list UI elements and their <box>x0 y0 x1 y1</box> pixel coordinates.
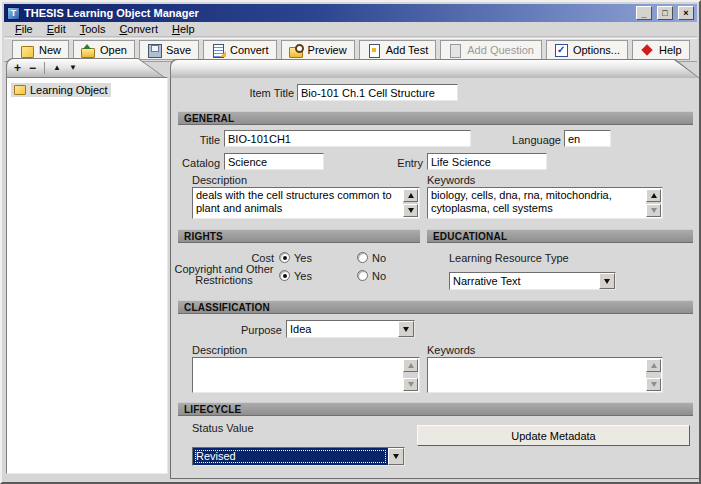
classification-keywords-label: Keywords <box>427 344 475 356</box>
keywords-scrollbar[interactable] <box>646 189 661 217</box>
maximize-button[interactable]: □ <box>657 6 673 20</box>
learning-resource-type-value: Narrative Text <box>450 273 599 289</box>
help-button[interactable]: Help <box>632 40 690 60</box>
copyright-yes-radio[interactable] <box>279 270 290 281</box>
open-button[interactable]: Open <box>73 40 135 60</box>
general-section-header: GENERAL <box>178 111 693 125</box>
entry-input[interactable] <box>427 153 547 170</box>
status-value: Revised <box>193 448 388 465</box>
app-icon: T <box>7 7 20 20</box>
classification-keywords-textarea[interactable] <box>427 357 663 393</box>
copyright-no-label: No <box>372 270 386 282</box>
menu-tools[interactable]: Tools <box>73 23 113 35</box>
add-test-button-label: Add Test <box>386 44 429 56</box>
options-button-label: Options... <box>573 44 620 56</box>
copyright-label: Copyright and Other Restrictions <box>171 264 277 286</box>
close-button[interactable]: × <box>678 6 694 20</box>
open-folder-icon <box>81 44 96 57</box>
add-test-icon <box>367 44 382 57</box>
classification-keywords-scrollbar[interactable] <box>646 359 661 391</box>
open-button-label: Open <box>100 44 127 56</box>
add-question-button: Add Question <box>440 40 542 60</box>
tree-add-button[interactable]: + <box>14 62 21 74</box>
preview-icon <box>289 44 304 57</box>
tree-item-learning-object[interactable]: Learning Object <box>11 83 111 97</box>
tree-remove-button[interactable]: − <box>29 62 36 74</box>
menu-edit[interactable]: Edit <box>40 23 73 35</box>
copyright-yes-label: Yes <box>294 270 312 282</box>
save-button-label: Save <box>166 44 191 56</box>
convert-button-label: Convert <box>230 44 269 56</box>
menu-file[interactable]: File <box>8 23 40 35</box>
catalog-label: Catalog <box>171 157 220 169</box>
description-textarea[interactable]: deals with the cell structures common to… <box>192 187 420 219</box>
cost-yes-label: Yes <box>294 252 312 264</box>
purpose-dropdown[interactable]: Idea <box>286 320 415 338</box>
options-checkbox-icon <box>554 44 569 57</box>
preview-button[interactable]: Preview <box>281 40 355 60</box>
scroll-up-icon[interactable] <box>646 359 661 372</box>
minimize-button[interactable]: _ <box>636 6 652 20</box>
educational-section-header: EDUCATIONAL <box>427 229 693 243</box>
keywords-label: Keywords <box>427 174 475 186</box>
scroll-down-icon[interactable] <box>646 378 661 391</box>
convert-button[interactable]: Convert <box>203 40 277 60</box>
add-question-button-label: Add Question <box>467 44 534 56</box>
classification-description-scrollbar[interactable] <box>403 359 418 391</box>
learning-object-cube-icon <box>14 85 26 95</box>
app-window: T THESIS Learning Object Manager _ □ × F… <box>0 0 701 484</box>
new-button[interactable]: New <box>12 40 69 60</box>
update-metadata-button[interactable]: Update Metadata <box>417 425 690 446</box>
tree-item-label: Learning Object <box>30 84 108 96</box>
lifecycle-section-header: LIFECYCLE <box>178 402 693 416</box>
title-bar[interactable]: T THESIS Learning Object Manager _ □ × <box>4 4 697 22</box>
new-button-label: New <box>39 44 61 56</box>
add-question-icon <box>448 44 463 57</box>
item-title-input[interactable] <box>297 84 458 101</box>
catalog-input[interactable] <box>224 153 324 170</box>
title-input[interactable] <box>224 130 471 147</box>
tree-move-up-button[interactable]: ▲ <box>53 64 61 72</box>
learning-resource-type-label: Learning Resource Type <box>449 252 569 264</box>
classification-description-label: Description <box>192 344 247 356</box>
menu-convert[interactable]: Convert <box>112 23 165 35</box>
chevron-down-icon[interactable] <box>599 273 615 289</box>
help-diamond-icon <box>640 44 655 57</box>
description-text: deals with the cell structures common to… <box>196 189 401 215</box>
description-label: Description <box>192 174 247 186</box>
status-value-dropdown[interactable]: Revised <box>192 447 405 466</box>
scroll-up-icon[interactable] <box>403 359 418 372</box>
purpose-label: Purpose <box>171 324 282 336</box>
scroll-up-icon[interactable] <box>646 189 661 202</box>
tree-toolbar-separator <box>44 62 45 74</box>
description-scrollbar[interactable] <box>403 189 418 217</box>
status-value-label: Status Value <box>192 422 254 434</box>
chevron-down-icon[interactable] <box>398 321 414 337</box>
chevron-down-icon[interactable] <box>388 448 404 465</box>
scroll-up-icon[interactable] <box>403 189 418 202</box>
form-panel: Item Title GENERAL Title Language Catalo… <box>170 78 701 479</box>
learning-resource-type-dropdown[interactable]: Narrative Text <box>449 272 616 290</box>
classification-description-textarea[interactable] <box>192 357 420 393</box>
cost-no-radio[interactable] <box>357 252 368 263</box>
classification-section-header: CLASSIFICATION <box>178 300 693 314</box>
language-input[interactable] <box>564 130 611 147</box>
tree-toolbar: + − ▲ ▼ <box>14 60 77 76</box>
scroll-down-icon[interactable] <box>403 204 418 217</box>
cost-no-label: No <box>372 252 386 264</box>
help-button-label: Help <box>659 44 682 56</box>
save-button[interactable]: Save <box>139 40 199 60</box>
scroll-down-icon[interactable] <box>403 378 418 391</box>
tree-move-down-button[interactable]: ▼ <box>69 64 77 72</box>
menu-help[interactable]: Help <box>165 23 202 35</box>
copyright-no-radio[interactable] <box>357 270 368 281</box>
options-button[interactable]: Options... <box>546 40 628 60</box>
keywords-textarea[interactable]: biology, cells, dna, rna, mitochondria, … <box>427 187 663 219</box>
keywords-text: biology, cells, dna, rna, mitochondria, … <box>431 189 644 215</box>
form-tab-header <box>170 59 701 79</box>
cost-yes-radio[interactable] <box>279 252 290 263</box>
save-disk-icon <box>147 44 162 57</box>
scroll-down-icon[interactable] <box>646 204 661 217</box>
language-label: Language <box>501 134 561 146</box>
add-test-button[interactable]: Add Test <box>359 40 437 60</box>
